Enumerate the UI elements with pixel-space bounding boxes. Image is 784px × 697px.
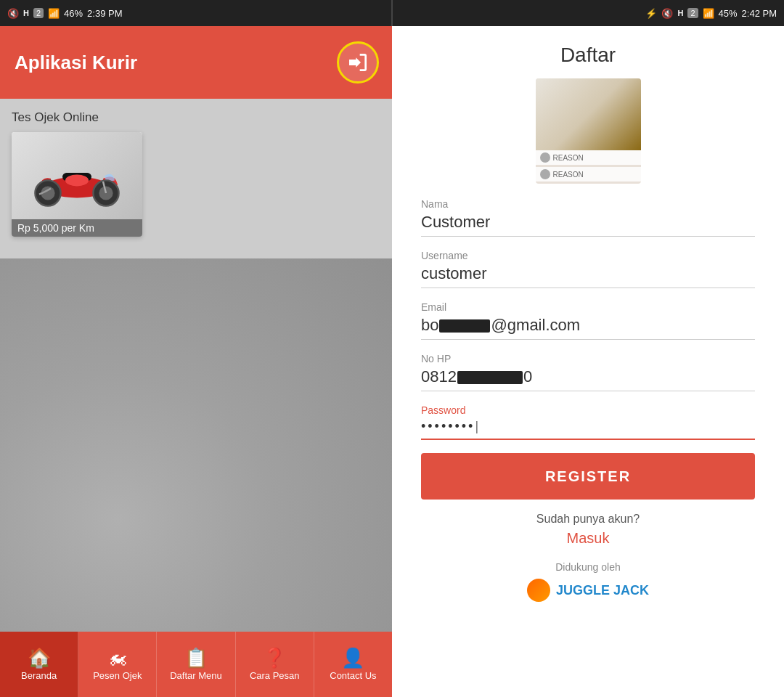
nav-item-contact-us[interactable]: 👤 Contact Us bbox=[314, 632, 392, 697]
battery-right: 45% bbox=[719, 8, 738, 19]
bottom-nav: 🏠 Beranda 🏍 Pesen Ojek 📋 Daftar Menu ❓ C… bbox=[0, 632, 392, 697]
h-label-right: H bbox=[677, 9, 683, 17]
nohp-suffix: 0 bbox=[523, 367, 532, 386]
nav-label-contact-us: Contact Us bbox=[330, 670, 376, 681]
mute-icon-left: 🔇 bbox=[7, 8, 19, 19]
masuk-link[interactable]: Masuk bbox=[421, 530, 755, 547]
nama-value[interactable]: Customer bbox=[421, 213, 755, 237]
right-panel: Daftar REASON REASON Nama Customer bbox=[392, 26, 784, 697]
nav-label-daftar-menu: Daftar Menu bbox=[170, 670, 222, 681]
brand-logo: JUGGLE JACK bbox=[421, 579, 755, 602]
reason-label-2: REASON bbox=[553, 171, 584, 179]
nav-item-pesen-ojek[interactable]: 🏍 Pesen Ojek bbox=[78, 632, 157, 697]
signal-left: 📶 bbox=[48, 8, 60, 19]
nav-label-pesen-ojek: Pesen Ojek bbox=[93, 670, 142, 681]
reason-bar-2: REASON bbox=[536, 167, 641, 182]
status-bar: 🔇 H 2 📶 46% 2:39 PM ⚡ 🔇 H 2 📶 45% 2:42 P… bbox=[0, 0, 784, 26]
nohp-value[interactable]: 08120 bbox=[421, 367, 755, 391]
nav-item-beranda[interactable]: 🏠 Beranda bbox=[0, 632, 78, 697]
left-inner: Tes Ojek Online bbox=[12, 110, 380, 237]
sim1-number: 2 bbox=[33, 8, 44, 18]
motorbike-icon: 🏍 bbox=[108, 648, 127, 667]
email-field-group: Email bo@gmail.com bbox=[421, 301, 755, 340]
toggle-2 bbox=[540, 169, 550, 179]
sim2-number: 2 bbox=[687, 8, 698, 18]
person-icon: 👤 bbox=[341, 648, 364, 667]
status-bar-left: 🔇 H 2 📶 46% 2:39 PM bbox=[0, 8, 391, 19]
password-value[interactable]: ••••••••| bbox=[421, 419, 755, 440]
service-card-price: Rp 5,000 per Km bbox=[12, 219, 142, 237]
page-title: Daftar bbox=[392, 26, 784, 78]
nav-label-beranda: Beranda bbox=[21, 670, 57, 681]
brand-name: JUGGLE JACK bbox=[556, 583, 649, 598]
avatar[interactable]: REASON REASON bbox=[536, 78, 641, 184]
username-field-group: Username customer bbox=[421, 250, 755, 288]
avatar-section: REASON REASON bbox=[392, 78, 784, 198]
nav-label-cara-pesan: Cara Pesan bbox=[250, 670, 300, 681]
email-prefix: bo bbox=[421, 316, 438, 334]
email-blur bbox=[439, 319, 490, 333]
menu-icon: 📋 bbox=[184, 648, 208, 667]
service-label: Tes Ojek Online bbox=[12, 110, 380, 125]
service-card[interactable]: Rp 5,000 per Km bbox=[12, 132, 142, 237]
time-right: 2:42 PM bbox=[742, 8, 777, 19]
password-field-group: Password ••••••••| bbox=[421, 404, 755, 440]
home-icon: 🏠 bbox=[28, 648, 51, 667]
email-value[interactable]: bo@gmail.com bbox=[421, 316, 755, 340]
main-area: Aplikasi Kurir Tes Ojek Online bbox=[0, 26, 784, 697]
h-label-left: H bbox=[23, 9, 29, 17]
email-suffix: @gmail.com bbox=[491, 316, 580, 334]
username-label: Username bbox=[421, 250, 755, 261]
battery-left: 46% bbox=[64, 8, 83, 19]
service-card-image bbox=[12, 132, 142, 219]
username-value[interactable]: customer bbox=[421, 264, 755, 288]
reason-label-1: REASON bbox=[553, 154, 584, 162]
nama-field-group: Nama Customer bbox=[421, 198, 755, 237]
left-panel: Aplikasi Kurir Tes Ojek Online bbox=[0, 26, 392, 697]
toggle-1 bbox=[540, 152, 550, 163]
nohp-prefix: 0812 bbox=[421, 367, 457, 386]
nav-item-cara-pesan[interactable]: ❓ Cara Pesan bbox=[236, 632, 314, 697]
app-title: Aplikasi Kurir bbox=[15, 52, 137, 74]
password-label: Password bbox=[421, 404, 755, 416]
left-content: Tes Ojek Online bbox=[0, 99, 392, 632]
bg-texture bbox=[0, 258, 392, 632]
bt-icon-right: ⚡ bbox=[645, 8, 657, 19]
login-icon bbox=[346, 51, 369, 74]
nohp-label: No HP bbox=[421, 353, 755, 364]
nama-label: Nama bbox=[421, 198, 755, 210]
signal-right: 📶 bbox=[703, 8, 714, 19]
reason-bar-1: REASON bbox=[536, 150, 641, 165]
register-button[interactable]: REGISTER bbox=[421, 453, 755, 500]
nav-item-daftar-menu[interactable]: 📋 Daftar Menu bbox=[157, 632, 235, 697]
motorcycle-image bbox=[19, 136, 135, 216]
sudah-punya-akun-text: Sudah punya akun? bbox=[421, 513, 755, 526]
login-button[interactable] bbox=[337, 41, 379, 83]
svg-point-7 bbox=[65, 174, 89, 186]
form-section: Nama Customer Username customer Email bo… bbox=[392, 198, 784, 616]
phone-blur bbox=[457, 371, 523, 384]
brand-icon bbox=[527, 579, 550, 602]
status-bar-right: ⚡ 🔇 H 2 📶 45% 2:42 PM bbox=[393, 8, 784, 19]
mute-icon-right: 🔇 bbox=[661, 8, 673, 19]
question-icon: ❓ bbox=[263, 648, 286, 667]
time-left: 2:39 PM bbox=[87, 8, 122, 19]
email-label: Email bbox=[421, 301, 755, 313]
app-header: Aplikasi Kurir bbox=[0, 26, 392, 99]
didukung-label: Didukung oleh bbox=[421, 561, 755, 573]
nohp-field-group: No HP 08120 bbox=[421, 353, 755, 391]
